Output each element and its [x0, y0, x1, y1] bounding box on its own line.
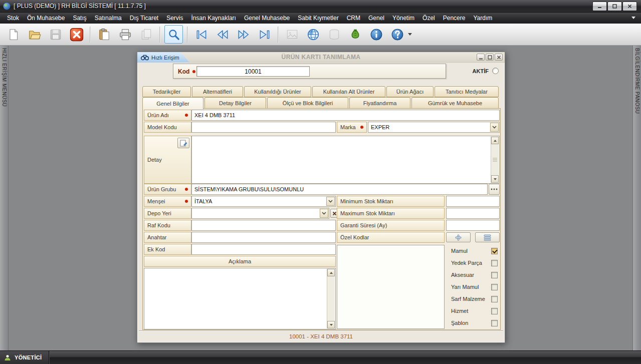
menu-item-sabit-kiymetler[interactable]: Sabit Kıymetler	[294, 13, 342, 24]
close-record-button[interactable]	[67, 25, 86, 44]
child-close-button[interactable]	[495, 54, 503, 61]
save-button[interactable]	[46, 25, 65, 44]
menu-item-genel-muhasebe[interactable]: Genel Muhasebe	[240, 13, 294, 24]
last-record-button[interactable]	[255, 25, 274, 44]
maximum-stok-input[interactable]	[446, 208, 500, 219]
ozel-kodlar-add-button[interactable]	[446, 232, 471, 242]
checkbox-yedek-parca[interactable]	[491, 260, 498, 266]
ozel-kodlar-list-area[interactable]	[337, 245, 445, 329]
ozel-kodlar-list-button[interactable]	[475, 232, 500, 242]
new-button[interactable]	[4, 25, 23, 44]
checkbox-row-aksesuar[interactable]: Aksesuar	[446, 269, 500, 281]
info-panel[interactable]: BİLGİLENDİRME PANOSU	[632, 46, 641, 350]
tab-tedarikciler[interactable]: Tedarikçiler	[142, 86, 191, 97]
menu-item-yardim[interactable]: Yardım	[469, 13, 496, 24]
aciklama-scrollbar[interactable]	[327, 269, 335, 328]
menu-item-crm[interactable]: CRM	[343, 13, 364, 24]
help-button[interactable]	[388, 25, 406, 44]
detay-textarea[interactable]	[191, 136, 500, 184]
checkbox-row-sarf-malzeme[interactable]: Sarf Malzeme	[446, 293, 500, 305]
garanti-suresi-input[interactable]	[446, 220, 500, 231]
kod-input[interactable]: 10001	[196, 66, 310, 77]
menu-item-satinalma[interactable]: Satınalma	[91, 13, 126, 24]
print-button[interactable]	[116, 25, 134, 44]
depo-yeri-select[interactable]	[191, 208, 329, 219]
tab-kullanildigi-urunler[interactable]: Kullanıldığı Ürünler	[244, 86, 311, 97]
anahtar-input[interactable]	[191, 232, 336, 243]
menu-item-satis[interactable]: Satış	[69, 13, 90, 24]
tab-fiyatlandirma[interactable]: Fiyatlandırma	[349, 97, 410, 109]
urun-grubu-input[interactable]: SİSTEM\YIKAMA GRUBU\SULU\SOMUNLU	[191, 184, 488, 195]
checkbox-row-mamul[interactable]: Mamul	[446, 245, 500, 257]
detay-edit-button[interactable]	[177, 138, 189, 148]
menu-item-yonetim[interactable]: Yönetim	[388, 13, 418, 24]
menu-item-ozel[interactable]: Özel	[418, 13, 439, 24]
checkbox-row-hizmet[interactable]: Hizmet	[446, 305, 500, 317]
active-radio[interactable]	[492, 68, 499, 74]
checkbox-row-sablon[interactable]: Şablon	[446, 317, 500, 329]
checkbox-sablon[interactable]	[491, 320, 498, 326]
marka-select[interactable]: EXPER	[368, 122, 500, 133]
menu-item-on-muhasebe[interactable]: Ön Muhasebe	[23, 13, 69, 24]
menu-item-stok[interactable]: Stok	[3, 13, 23, 24]
tab-olcu-ve-blok-bilgileri[interactable]: Ölçü ve Blok Bilgileri	[267, 97, 348, 109]
web-button[interactable]	[304, 25, 322, 44]
menu-item-pencere[interactable]: Pencere	[439, 13, 470, 24]
tab-genel-bilgiler[interactable]: Genel Bilgiler	[142, 97, 203, 109]
marka-dropdown-button[interactable]	[490, 123, 499, 132]
tab-detay-bilgiler[interactable]: Detay Bilgiler	[204, 97, 266, 109]
ek-kod-input[interactable]	[191, 244, 336, 255]
urun-grubu-browse-button[interactable]	[489, 184, 500, 195]
export-button[interactable]	[137, 25, 155, 44]
quick-access-tab[interactable]: Hızlı Erişim	[137, 52, 189, 63]
search-button[interactable]	[164, 25, 183, 44]
checkbox-hizmet[interactable]	[491, 308, 498, 314]
minimize-button[interactable]	[592, 2, 607, 11]
minimum-stok-input[interactable]	[446, 196, 500, 207]
menu-overflow-chevron-icon[interactable]	[631, 17, 635, 19]
menu-item-insan-kaynaklari[interactable]: İnsan Kaynakları	[187, 13, 240, 24]
scroll-up-button[interactable]	[491, 137, 499, 144]
detay-scrollbar[interactable]	[491, 137, 499, 183]
finance-button[interactable]	[346, 25, 364, 44]
aciklama-textarea[interactable]	[144, 268, 336, 329]
mensei-select[interactable]: İTALYA	[191, 196, 336, 207]
next-record-button[interactable]	[234, 25, 253, 44]
tab-urun-agaci[interactable]: Ürün Ağacı	[386, 86, 434, 97]
checkbox-sarf-malzeme[interactable]	[491, 296, 498, 302]
scroll-up-button[interactable]	[327, 269, 335, 276]
raf-kodu-input[interactable]	[191, 220, 336, 231]
maximize-button[interactable]	[607, 2, 622, 11]
checkbox-yari-mamul[interactable]	[491, 284, 498, 290]
scroll-down-button[interactable]	[491, 175, 499, 183]
checkbox-aksesuar[interactable]	[491, 272, 498, 278]
help-dropdown-chevron-icon[interactable]	[408, 33, 412, 36]
child-minimize-button[interactable]	[477, 54, 485, 61]
model-kodu-input[interactable]	[191, 122, 336, 133]
database-button[interactable]	[325, 25, 343, 44]
paste-button[interactable]	[95, 25, 113, 44]
taskbar-user-button[interactable]: YÖNETİCİ	[0, 351, 49, 364]
child-maximize-button[interactable]	[486, 54, 494, 61]
tab-alternatifleri[interactable]: Alternatifleri	[192, 86, 243, 97]
media-button[interactable]	[283, 25, 301, 44]
checkbox-mamul[interactable]	[491, 248, 498, 254]
checkbox-row-yedek-parca[interactable]: Yedek Parça	[446, 257, 500, 269]
quick-access-panel[interactable]: HIZLI ERİŞİM MENÜSÜ	[0, 46, 9, 350]
previous-record-button[interactable]	[213, 25, 232, 44]
depo-yeri-dropdown-button[interactable]	[320, 209, 328, 218]
menu-item-genel[interactable]: Genel	[364, 13, 388, 24]
tab-gumruk-ve-muhasebe[interactable]: Gümrük ve Muhasebe	[411, 97, 499, 109]
scroll-down-button[interactable]	[327, 321, 335, 328]
close-button[interactable]	[622, 2, 637, 11]
mensei-dropdown-button[interactable]	[326, 197, 335, 206]
checkbox-row-yari-mamul[interactable]: Yarı Mamul	[446, 281, 500, 293]
info-button[interactable]	[367, 25, 385, 44]
open-button[interactable]	[25, 25, 44, 44]
first-record-button[interactable]	[192, 25, 210, 44]
tab-kullanilan-alt-urunler[interactable]: Kullanılan Alt Ürünler	[312, 86, 385, 97]
menu-item-servis[interactable]: Servis	[162, 13, 187, 24]
urun-adi-input[interactable]: XEI 4 DMB 3711	[191, 110, 500, 121]
tab-tanitici-medyalar[interactable]: Tanıtıcı Medyalar	[435, 86, 499, 97]
menu-item-dis-ticaret[interactable]: Dış Ticaret	[126, 13, 162, 24]
